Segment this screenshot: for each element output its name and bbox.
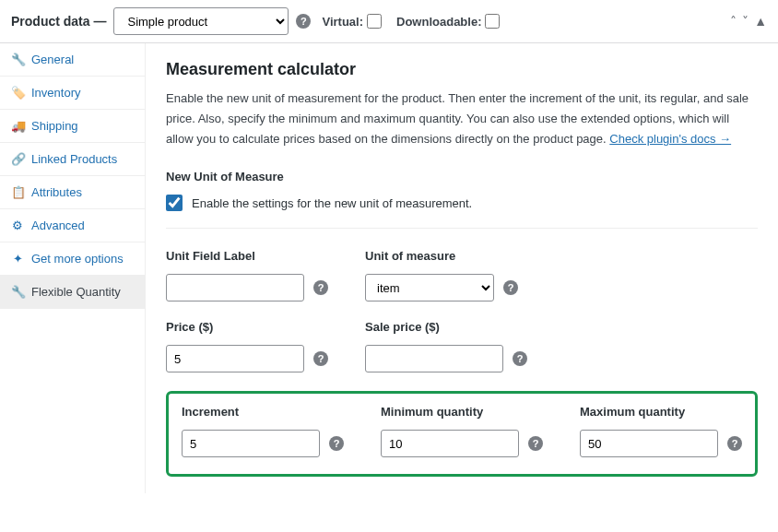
help-icon[interactable]: ? xyxy=(329,436,344,451)
downloadable-label: Downloadable: xyxy=(396,15,481,29)
sidebar-item-linked[interactable]: 🔗 Linked Products xyxy=(0,143,145,176)
link-icon: 🔗 xyxy=(11,152,24,166)
truck-icon: 🚚 xyxy=(11,119,24,133)
help-icon[interactable]: ? xyxy=(727,436,742,451)
sidebar: 🔧 General 🏷️ Inventory 🚚 Shipping 🔗 Link… xyxy=(0,43,146,493)
enable-label: Enable the settings for the new unit of … xyxy=(192,196,472,210)
max-qty-input[interactable] xyxy=(580,430,718,457)
panel-title: Product data — xyxy=(11,14,106,29)
move-up-icon[interactable]: ˄ xyxy=(730,14,737,29)
field-label: Sale price ($) xyxy=(365,320,527,334)
min-qty-input[interactable] xyxy=(381,430,519,457)
collapse-icon[interactable]: ▲ xyxy=(754,14,767,29)
help-icon[interactable]: ? xyxy=(313,280,328,295)
sidebar-item-label: Attributes xyxy=(31,185,82,199)
downloadable-checkbox[interactable] xyxy=(485,14,500,29)
enable-checkbox[interactable] xyxy=(166,195,183,211)
sidebar-item-general[interactable]: 🔧 General xyxy=(0,43,145,77)
sale-price-input[interactable] xyxy=(365,345,503,372)
downloadable-toggle[interactable]: Downloadable: xyxy=(396,14,500,29)
virtual-toggle[interactable]: Virtual: xyxy=(322,14,382,29)
unit-of-measure-select[interactable]: item xyxy=(365,274,494,301)
field-sale-price: Sale price ($) ? xyxy=(365,320,527,372)
sidebar-item-label: Get more options xyxy=(31,252,124,266)
field-max-qty: Maximum quantity ? xyxy=(580,405,742,457)
sidebar-item-attributes[interactable]: 📋 Attributes xyxy=(0,176,145,209)
help-icon[interactable]: ? xyxy=(296,14,311,29)
product-type-select[interactable]: Simple product xyxy=(113,7,289,35)
help-icon[interactable]: ? xyxy=(503,280,518,295)
sidebar-item-flexible-quantity[interactable]: 🔧 Flexible Quantity xyxy=(0,276,145,309)
increment-input[interactable] xyxy=(182,430,320,457)
field-min-qty: Minimum quantity ? xyxy=(381,405,543,457)
virtual-checkbox[interactable] xyxy=(367,14,382,29)
field-label: Minimum quantity xyxy=(381,405,543,419)
virtual-label: Virtual: xyxy=(322,15,363,29)
new-unit-title: New Unit of Measure xyxy=(166,170,758,183)
sidebar-item-inventory[interactable]: 🏷️ Inventory xyxy=(0,77,145,110)
field-price: Price ($) ? xyxy=(166,320,328,372)
help-icon[interactable]: ? xyxy=(313,351,328,366)
wrench-icon: 🔧 xyxy=(11,53,24,66)
sidebar-item-shipping[interactable]: 🚚 Shipping xyxy=(0,110,145,143)
sidebar-item-advanced[interactable]: ⚙ Advanced xyxy=(0,209,145,242)
wrench-icon: 🔧 xyxy=(11,285,24,299)
sidebar-item-label: Linked Products xyxy=(31,152,117,166)
help-icon[interactable]: ? xyxy=(513,351,527,366)
sidebar-item-more[interactable]: ✦ Get more options xyxy=(0,242,145,276)
field-unit-of-measure: Unit of measure item ? xyxy=(365,249,518,301)
tag-icon: 🏷️ xyxy=(11,86,24,100)
content-description: Enable the new unit of measurement for t… xyxy=(166,89,758,149)
sparkle-icon: ✦ xyxy=(11,252,24,266)
panel-body: 🔧 General 🏷️ Inventory 🚚 Shipping 🔗 Link… xyxy=(0,43,778,493)
field-increment: Increment ? xyxy=(182,405,344,457)
field-label: Maximum quantity xyxy=(580,405,742,419)
move-down-icon[interactable]: ˅ xyxy=(742,14,749,29)
field-label: Unit Field Label xyxy=(166,249,328,263)
gear-icon: ⚙ xyxy=(11,219,24,232)
panel-header: Product data — Simple product ? Virtual:… xyxy=(0,0,778,43)
sidebar-item-label: Advanced xyxy=(31,219,85,232)
sidebar-item-label: Inventory xyxy=(31,86,80,100)
unit-field-label-input[interactable] xyxy=(166,274,304,301)
docs-link[interactable]: Check plugin's docs → xyxy=(609,132,731,146)
enable-row: Enable the settings for the new unit of … xyxy=(166,195,758,229)
list-icon: 📋 xyxy=(11,185,24,199)
field-label: Increment xyxy=(182,405,344,419)
sidebar-item-label: General xyxy=(31,53,74,66)
highlighted-quantity-box: Increment ? Minimum quantity ? Maximum q… xyxy=(166,391,758,477)
sidebar-item-label: Shipping xyxy=(31,119,78,133)
content-heading: Measurement calculator xyxy=(166,60,758,79)
field-label: Unit of measure xyxy=(365,249,518,263)
price-input[interactable] xyxy=(166,345,304,372)
help-icon[interactable]: ? xyxy=(528,436,543,451)
content-area: Measurement calculator Enable the new un… xyxy=(146,43,778,493)
field-label: Price ($) xyxy=(166,320,328,334)
field-unit-label: Unit Field Label ? xyxy=(166,249,328,301)
panel-controls: ˄ ˅ ▲ xyxy=(730,14,767,29)
sidebar-item-label: Flexible Quantity xyxy=(31,285,121,299)
